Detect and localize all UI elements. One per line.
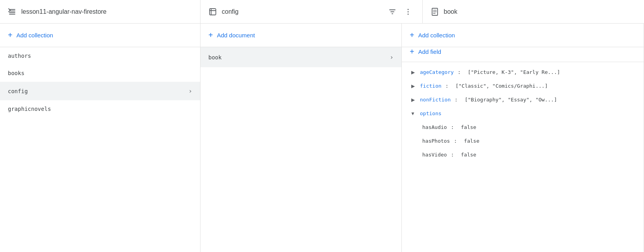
svg-point-2 (407, 11, 408, 12)
collection-item-name-books: books (8, 70, 24, 76)
document-item-name-book: book (208, 54, 222, 61)
field-value-hasPhotos: false (464, 138, 479, 144)
document-name: book (444, 8, 458, 15)
field-row-options: ▼ options (402, 107, 644, 120)
collection-item-books[interactable]: books (0, 64, 200, 82)
add-document-button[interactable]: + Add document (201, 24, 401, 47)
collections-panel: + Add collection authors books config › … (0, 24, 201, 252)
add-field-label: Add field (418, 48, 441, 55)
field-value-hasVideo: false (461, 152, 476, 158)
collection-actions (386, 6, 414, 18)
expand-fiction-button[interactable]: ▶ (410, 83, 416, 89)
add-document-label: Add document (217, 32, 255, 39)
collection-item-name-config: config (8, 88, 28, 94)
project-header: lesson11-angular-nav-firestore (0, 0, 201, 23)
chevron-right-icon-book: › (390, 53, 394, 61)
document-item-book[interactable]: book › (201, 47, 401, 67)
filter-button[interactable] (386, 6, 399, 18)
field-list: ▶ ageCategory : ["Picture, K-3", "Early … (402, 62, 644, 252)
field-row-hasVideo: hasVideo : false (402, 148, 644, 162)
field-row-ageCategory: ▶ ageCategory : ["Picture, K-3", "Early … (402, 65, 644, 79)
field-name-ageCategory: ageCategory (420, 69, 454, 75)
collection-header: config (201, 0, 423, 23)
collection-item-name-authors: authors (8, 53, 31, 59)
field-value-ageCategory: ["Picture, K-3", "Early Re...] (468, 69, 560, 75)
collection-item-config[interactable]: config › (0, 82, 200, 100)
collection-item-authors[interactable]: authors (0, 47, 200, 64)
header-bar: lesson11-angular-nav-firestore config (0, 0, 644, 24)
add-collection-right-label: Add collection (418, 32, 455, 39)
collection-icon (208, 7, 217, 16)
document-header: book (423, 0, 644, 23)
field-row-nonFiction: ▶ nonFiction : ["Biography", "Essay", "O… (402, 93, 644, 107)
fields-panel: + Add collection + Add field ▶ ageCatego… (402, 24, 644, 252)
add-collection-label: Add collection (17, 32, 53, 39)
chevron-right-icon-config: › (188, 87, 192, 95)
main-content: + Add collection authors books config › … (0, 24, 644, 252)
add-field-plus-icon: + (410, 47, 414, 56)
document-icon (431, 7, 439, 16)
add-collection-plus-icon: + (8, 31, 13, 40)
expand-options-button[interactable]: ▼ (410, 111, 416, 116)
documents-panel: + Add document book › (201, 24, 402, 252)
field-key-hasAudio: hasAudio (422, 124, 447, 130)
field-row-fiction: ▶ fiction : ["Classic", "Comics/Graphi..… (402, 79, 644, 93)
field-row-hasAudio: hasAudio : false (402, 120, 644, 134)
collection-header-left: config (208, 7, 239, 16)
field-row-hasPhotos: hasPhotos : false (402, 134, 644, 148)
field-value-hasAudio: false (461, 124, 476, 130)
collection-item-name-graphicnovels: graphicnovels (8, 106, 51, 112)
svg-point-1 (407, 9, 408, 10)
collection-item-graphicnovels[interactable]: graphicnovels (0, 100, 200, 118)
add-document-plus-icon: + (208, 31, 213, 40)
field-value-nonFiction: ["Biography", "Essay", "Ow...] (465, 97, 557, 103)
collection-name: config (222, 8, 239, 15)
field-value-fiction: ["Classic", "Comics/Graphi...] (455, 83, 548, 89)
field-name-options: options (420, 110, 442, 116)
add-field-button[interactable]: + Add field (402, 47, 644, 62)
more-options-button[interactable] (402, 6, 414, 18)
field-key-hasVideo: hasVideo (422, 152, 447, 158)
collection-list: authors books config › graphicnovels (0, 47, 200, 252)
expand-nonFiction-button[interactable]: ▶ (410, 97, 416, 103)
project-icon (8, 7, 17, 16)
svg-rect-0 (210, 9, 216, 15)
add-collection-button[interactable]: + Add collection (0, 24, 200, 47)
field-key-hasPhotos: hasPhotos (422, 138, 450, 144)
project-name: lesson11-angular-nav-firestore (21, 8, 107, 15)
expand-ageCategory-button[interactable]: ▶ (410, 70, 416, 75)
svg-point-3 (407, 13, 408, 15)
add-collection-right-plus-icon: + (410, 31, 414, 40)
field-name-nonFiction: nonFiction (420, 97, 451, 103)
field-name-fiction: fiction (420, 83, 442, 89)
add-collection-right-button[interactable]: + Add collection (402, 24, 644, 47)
